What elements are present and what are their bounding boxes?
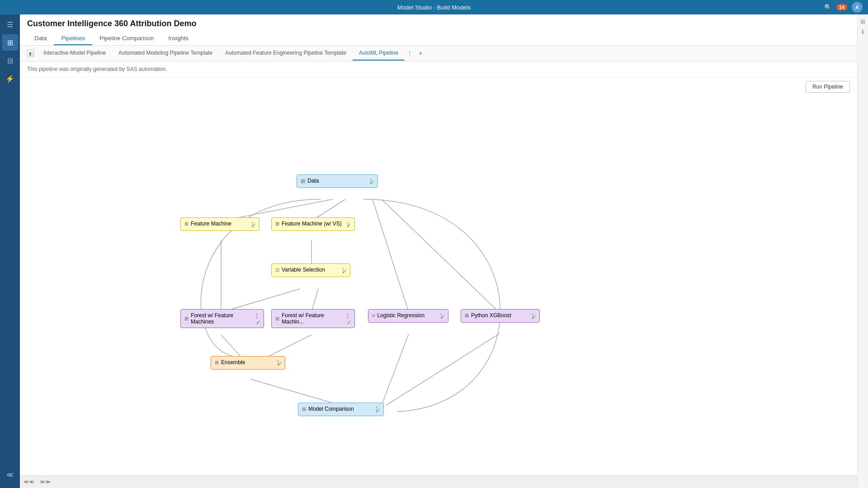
node-model-comparison[interactable]: ⊞ Model Comparison ⋮ ✓ [298, 403, 384, 416]
pipeline-canvas: Run Pipeline [20, 77, 857, 475]
sidebar-home-icon[interactable]: ⊞ [2, 34, 18, 51]
subtabs-bar: ◧ Interactive-Model Pipeline Automated M… [20, 46, 857, 61]
ensemble-label: Ensemble [221, 359, 245, 366]
connectors-svg [20, 77, 857, 475]
page-header: Customer Intelligence 360 Attribution De… [20, 14, 857, 46]
feature-machine-vs-label: Feature Machine (w/ VS) [282, 221, 342, 227]
tab-pipeline-comparison[interactable]: Pipeline Comparison [92, 32, 161, 45]
forest-fm-right-menu[interactable]: ⋮ [344, 312, 351, 319]
subtab-more-icon[interactable]: ⋮ [405, 46, 415, 61]
content-area: Customer Intelligence 360 Attribution De… [20, 14, 857, 488]
node-logistic-regression[interactable]: ≡ Logistic Regression ⋮ ✓ [368, 309, 448, 323]
notification-badge[interactable]: 14 [836, 4, 847, 10]
model-comparison-icon: ⊞ [302, 406, 306, 412]
right-panel: ⊞ ℹ [857, 14, 868, 488]
forest-fm-right-icon: ⊞ [275, 316, 279, 322]
data-node-icon: ▤ [301, 178, 305, 184]
tab-data[interactable]: Data [27, 32, 54, 45]
sidebar-model-icon[interactable]: ⚡ [2, 70, 18, 87]
logistic-regression-label: Logistic Regression [377, 312, 425, 319]
sidebar: ☰ ⊞ ⊟ ⚡ ≪ [0, 14, 20, 488]
variable-selection-label: Variable Selection [282, 267, 325, 273]
main-tabs: Data Pipelines Pipeline Comparison Insig… [27, 32, 850, 45]
node-ensemble[interactable]: ⊞ Ensemble ⋮ ✓ [211, 356, 285, 370]
right-panel-icon-2[interactable]: ℹ [862, 28, 864, 35]
python-xgboost-icon: ⊠ [465, 313, 469, 319]
subtab-automated-modeling[interactable]: Automated Modeling Pipeline Template [112, 46, 219, 61]
forest-fm-right-label: Forest w/ Feature Machin... [282, 312, 344, 325]
node-forest-fm-left[interactable]: ⊞ Forest w/ Feature Machines ⋮ ✓ [180, 309, 264, 328]
svg-line-8 [221, 335, 241, 357]
feature-machine-vs-check: ✓ [347, 222, 352, 229]
sidebar-collapse-icon[interactable]: ≪ [2, 466, 18, 483]
forest-fm-left-check: ✓ [256, 319, 261, 326]
page-title: Customer Intelligence 360 Attribution De… [27, 19, 850, 28]
python-xgboost-label: Python XGBoost [471, 312, 511, 319]
data-node-check: ✓ [370, 179, 375, 186]
svg-line-3 [382, 199, 499, 312]
ensemble-icon: ⊞ [215, 360, 219, 366]
subtab-automl[interactable]: AutoML Pipeline [353, 46, 405, 61]
sidebar-toggle-icon[interactable]: ◧ [27, 50, 34, 57]
svg-line-10 [250, 379, 341, 405]
expand-left-btn[interactable]: ≪≪ [24, 479, 34, 485]
search-icon[interactable]: 🔍 [824, 4, 832, 11]
logistic-regression-icon: ≡ [372, 313, 375, 318]
data-node-label: Data [307, 178, 319, 184]
tab-insights[interactable]: Insights [161, 32, 196, 45]
node-feature-machine[interactable]: ⊞ Feature Machine ⋮ ✓ [180, 217, 259, 231]
svg-line-11 [382, 334, 409, 405]
tab-pipelines[interactable]: Pipelines [54, 32, 92, 45]
feature-machine-icon: ⊞ [184, 221, 189, 227]
run-pipeline-button[interactable]: Run Pipeline [806, 81, 850, 93]
avatar[interactable]: A [852, 2, 863, 13]
variable-selection-check: ✓ [342, 268, 347, 275]
subtab-add-icon[interactable]: ＋ [415, 46, 426, 61]
node-feature-machine-vs[interactable]: ⊞ Feature Machine (w/ VS) ⋮ ✓ [271, 217, 355, 231]
topbar: Model Studio - Build Models 🔍 14 A [0, 0, 868, 14]
svg-line-12 [386, 334, 499, 405]
expand-right-btn[interactable]: ≫≫ [40, 479, 51, 485]
feature-machine-check: ✓ [251, 222, 256, 229]
pipeline-notice: This pipeline was originally generated b… [20, 61, 857, 77]
node-variable-selection[interactable]: ⊡ Variable Selection ⋮ ✓ [271, 263, 350, 277]
model-comparison-check: ✓ [376, 407, 381, 414]
model-comparison-label: Model Comparison [308, 406, 354, 412]
subtab-automated-feature[interactable]: Automated Feature Engineering Pipeline T… [219, 46, 353, 61]
variable-selection-icon: ⊡ [275, 267, 279, 273]
subtab-interactive[interactable]: Interactive-Model Pipeline [37, 46, 112, 61]
right-panel-icon-1[interactable]: ⊞ [860, 18, 865, 25]
sidebar-data-icon[interactable]: ⊟ [2, 52, 18, 69]
node-forest-fm-right[interactable]: ⊞ Forest w/ Feature Machin... ⋮ ✓ [271, 309, 355, 328]
ensemble-check: ✓ [277, 361, 282, 367]
feature-machine-vs-icon: ⊞ [275, 221, 279, 227]
svg-line-9 [266, 335, 311, 357]
forest-fm-left-icon: ⊞ [184, 316, 189, 322]
forest-fm-left-label: Forest w/ Feature Machines [191, 312, 254, 325]
logistic-regression-check: ✓ [440, 314, 445, 320]
pipeline-area: This pipeline was originally generated b… [20, 61, 857, 475]
app-title: Model Studio - Build Models [397, 4, 471, 11]
bottom-bar: ≪≪ ≫≫ [20, 475, 857, 488]
sidebar-menu-icon[interactable]: ☰ [2, 16, 18, 33]
forest-fm-left-menu[interactable]: ⋮ [254, 312, 260, 319]
feature-machine-label: Feature Machine [191, 221, 231, 227]
svg-line-2 [373, 199, 409, 312]
forest-fm-right-check: ✓ [347, 319, 352, 326]
node-data[interactable]: ▤ Data ⋮ ✓ [297, 174, 378, 188]
python-xgboost-check: ✓ [532, 314, 537, 320]
node-python-xgboost[interactable]: ⊠ Python XGBoost ⋮ ✓ [461, 309, 540, 323]
